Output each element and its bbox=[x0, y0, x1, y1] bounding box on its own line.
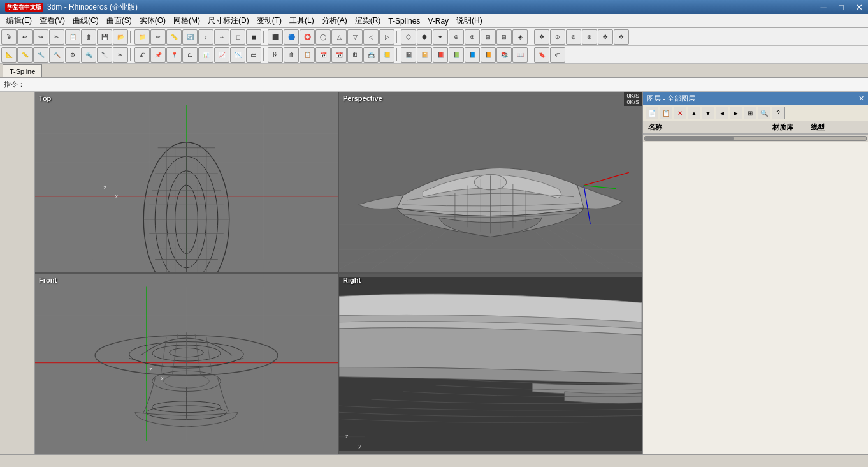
toolbar-button[interactable]: ⊛ bbox=[582, 29, 597, 45]
toolbar-button[interactable]: 🔧 bbox=[33, 47, 48, 63]
toolbar-button[interactable]: △ bbox=[331, 29, 347, 45]
search-btn[interactable]: 🔍 bbox=[758, 107, 770, 119]
toolbar-button[interactable]: ◼ bbox=[246, 29, 261, 45]
toolbar-button[interactable]: ↩ bbox=[17, 29, 33, 45]
toolbar-button[interactable]: 🗃 bbox=[246, 47, 261, 63]
toolbar-button[interactable]: ▷ bbox=[379, 29, 394, 45]
menu-item[interactable]: V-Ray bbox=[424, 15, 452, 27]
toolbar-button[interactable]: 🗄 bbox=[268, 47, 283, 63]
toolbar-button[interactable]: 📕 bbox=[433, 47, 448, 63]
toolbar-button[interactable]: ▽ bbox=[347, 29, 363, 45]
toolbar-button[interactable]: ⊟ bbox=[496, 29, 512, 45]
toolbar-button[interactable]: ◯ bbox=[315, 29, 331, 45]
toolbar-button[interactable]: ✥ bbox=[614, 29, 629, 45]
toolbar-button[interactable]: 📅 bbox=[315, 47, 331, 63]
toolbar-button[interactable]: ⊚ bbox=[566, 29, 581, 45]
toolbar-button[interactable]: ✂ bbox=[49, 29, 64, 45]
toolbar-button[interactable]: 🔖 bbox=[534, 47, 549, 63]
menu-item[interactable]: 渲染(R) bbox=[351, 14, 385, 27]
toolbar-button[interactable]: 📙 bbox=[481, 47, 496, 63]
toolbar-button[interactable]: 🔄 bbox=[182, 29, 198, 45]
toolbar-button[interactable]: 📊 bbox=[198, 47, 213, 63]
toolbar-button[interactable]: ◁ bbox=[363, 29, 379, 45]
scroll-thumb[interactable] bbox=[645, 137, 734, 140]
toolbar-button[interactable]: ◈ bbox=[512, 29, 528, 45]
toolbar-button[interactable]: 📓 bbox=[401, 47, 416, 63]
toolbar-button[interactable]: ⊕ bbox=[449, 29, 464, 45]
menu-item[interactable]: 查看(V) bbox=[36, 14, 69, 27]
toolbar-button[interactable]: 🔵 bbox=[284, 29, 299, 45]
viewport-perspective[interactable]: Perspective 0K/S 0K/S bbox=[339, 92, 642, 272]
menu-item[interactable]: 实体(O) bbox=[136, 14, 170, 27]
toolbar-button[interactable]: 📔 bbox=[417, 47, 432, 63]
toolbar-button[interactable]: 📖 bbox=[512, 47, 528, 63]
menu-item[interactable]: 尺寸标注(D) bbox=[204, 14, 253, 27]
toolbar-button[interactable]: 📆 bbox=[331, 47, 347, 63]
toolbar-button[interactable]: ⊞ bbox=[481, 29, 496, 45]
toolbar-button[interactable]: 📁 bbox=[134, 29, 150, 45]
toolbar-button[interactable]: ◻ bbox=[230, 29, 245, 45]
toolbar-button[interactable]: 🖇 bbox=[134, 47, 150, 63]
toolbar-button[interactable]: ⭕ bbox=[300, 29, 315, 45]
toolbar-button[interactable]: 🏷 bbox=[550, 47, 565, 63]
toolbar-button[interactable]: 📒 bbox=[379, 47, 394, 63]
viewport-top[interactable]: Top bbox=[35, 92, 338, 272]
menu-item[interactable]: 变动(T) bbox=[253, 14, 286, 27]
toolbar-button[interactable]: 🗓 bbox=[347, 47, 363, 63]
toolbar-button[interactable]: 📚 bbox=[496, 47, 512, 63]
toolbar-button[interactable]: ✤ bbox=[598, 29, 613, 45]
toolbar-button[interactable]: ↪ bbox=[33, 29, 48, 45]
toolbar-button[interactable]: 📇 bbox=[363, 47, 379, 63]
toolbar-button[interactable]: 📏 bbox=[166, 29, 182, 45]
toolbar-button[interactable]: ↔ bbox=[214, 29, 229, 45]
toolbar-button[interactable]: 🔨 bbox=[49, 47, 64, 63]
layers-close-btn[interactable]: ✕ bbox=[858, 94, 864, 103]
new-sublayer-btn[interactable]: 📋 bbox=[660, 107, 672, 119]
menu-item[interactable]: 说明(H) bbox=[452, 14, 486, 27]
help-btn[interactable]: ? bbox=[772, 107, 785, 119]
toolbar-button[interactable]: ⬡ bbox=[401, 29, 416, 45]
menu-item[interactable]: 分析(A) bbox=[318, 14, 351, 27]
menu-item[interactable]: 曲面(S) bbox=[103, 14, 136, 27]
toolbar-button[interactable]: 📏 bbox=[17, 47, 33, 63]
toolbar-button[interactable]: 📂 bbox=[113, 29, 128, 45]
layers-scrollbar[interactable] bbox=[643, 134, 868, 142]
toolbar-button[interactable]: 🖱 bbox=[1, 29, 17, 45]
toolbar-button[interactable]: 📌 bbox=[150, 47, 166, 63]
close-button[interactable]: ✕ bbox=[850, 0, 868, 14]
menu-item[interactable]: 网格(M) bbox=[170, 14, 204, 27]
move-down-btn[interactable]: ▼ bbox=[702, 107, 714, 119]
minimize-button[interactable]: ─ bbox=[814, 0, 832, 14]
toolbar-button[interactable]: 📋 bbox=[65, 29, 80, 45]
toolbar-button[interactable]: 📐 bbox=[1, 47, 17, 63]
toolbar-button[interactable]: ⊙ bbox=[550, 29, 565, 45]
move-up-btn[interactable]: ▲ bbox=[688, 107, 700, 119]
menu-item[interactable]: T-Splines bbox=[384, 15, 424, 27]
toolbar-button[interactable]: 💾 bbox=[97, 29, 112, 45]
arrow-left-btn[interactable]: ◄ bbox=[716, 107, 728, 119]
maximize-button[interactable]: □ bbox=[832, 0, 850, 14]
menu-item[interactable]: 编辑(E) bbox=[3, 14, 36, 27]
delete-layer-btn[interactable]: ✕ bbox=[674, 107, 686, 119]
toolbar-button[interactable]: ⬛ bbox=[268, 29, 283, 45]
toolbar-button[interactable]: 🔪 bbox=[97, 47, 112, 63]
new-layer-btn[interactable]: 📄 bbox=[646, 107, 658, 119]
tab-tspline[interactable]: T-Spline bbox=[3, 64, 42, 77]
toolbar-button[interactable]: ⬢ bbox=[417, 29, 432, 45]
toolbar-button[interactable]: 📍 bbox=[166, 47, 182, 63]
toolbar-button[interactable]: ↕ bbox=[198, 29, 213, 45]
toolbar-button[interactable]: ⊗ bbox=[465, 29, 480, 45]
menu-item[interactable]: 工具(L) bbox=[286, 14, 318, 27]
toolbar-button[interactable]: 📗 bbox=[449, 47, 464, 63]
filter-btn[interactable]: ⊞ bbox=[744, 107, 756, 119]
toolbar-button[interactable]: 📈 bbox=[214, 47, 229, 63]
toolbar-button[interactable]: ✏ bbox=[150, 29, 166, 45]
toolbar-button[interactable]: 📉 bbox=[230, 47, 245, 63]
toolbar-button[interactable]: 🗂 bbox=[182, 47, 198, 63]
toolbar-button[interactable]: ❖ bbox=[534, 29, 549, 45]
toolbar-button[interactable]: 🔩 bbox=[81, 47, 96, 63]
toolbar-button[interactable]: 📘 bbox=[465, 47, 480, 63]
toolbar-button[interactable]: ⚙ bbox=[65, 47, 80, 63]
toolbar-button[interactable]: 📋 bbox=[300, 47, 315, 63]
viewport-front[interactable]: Front bbox=[35, 274, 338, 454]
